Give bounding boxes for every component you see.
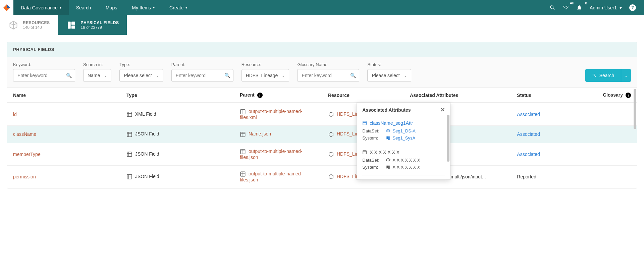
table-row[interactable]: permissionJSON Fieldoutput-to-multiple-n… xyxy=(7,165,637,188)
nav-data-governance[interactable]: Data Governance▾ xyxy=(13,0,69,15)
tab-physical-fields[interactable]: PHYSICAL FIELDS 18 of 23779 xyxy=(58,15,127,35)
table-icon xyxy=(126,131,132,137)
table-scrollbar[interactable] xyxy=(634,89,636,129)
parent-link[interactable]: output-to-multiple-named-files.xml xyxy=(240,109,302,120)
status-select[interactable]: Please select⌄ xyxy=(367,69,411,82)
parent-label: Parent: xyxy=(171,62,233,67)
parent-link[interactable]: Name.json xyxy=(249,131,271,136)
book-icon xyxy=(386,165,390,170)
chevron-down-icon: ⌄ xyxy=(156,73,159,78)
col-resource[interactable]: Resource xyxy=(322,88,404,103)
layers-icon xyxy=(386,129,390,133)
field-name-link[interactable]: className xyxy=(13,131,36,137)
system-label: System: xyxy=(362,165,382,170)
field-name-link[interactable]: id xyxy=(13,112,17,117)
col-name[interactable]: Name xyxy=(7,88,120,103)
search-button[interactable]: Search xyxy=(585,69,621,82)
svg-rect-5 xyxy=(127,112,132,117)
grid-icon xyxy=(66,20,77,31)
dataset-label: DataSet: xyxy=(362,158,382,163)
glossary-label: Glossary Name: xyxy=(297,62,359,67)
type-select[interactable]: Please select⌄ xyxy=(119,69,163,82)
field-name-link[interactable]: memberType xyxy=(13,152,41,157)
bell-icon[interactable]: 8 xyxy=(576,5,582,11)
svg-rect-4 xyxy=(71,25,75,29)
searchin-value: Name xyxy=(88,73,100,78)
nav-create[interactable]: Create▾ xyxy=(162,0,195,15)
system-value: X X X X X X X xyxy=(386,165,420,170)
notification-count: 8 xyxy=(585,1,587,5)
chevron-down-icon: ⌄ xyxy=(404,73,407,78)
table-icon xyxy=(240,149,246,155)
dataset-label: DataSet: xyxy=(362,128,382,133)
status-text: Reported xyxy=(517,174,536,179)
popover-scrollbar[interactable] xyxy=(447,115,449,162)
resource-label: Resource: xyxy=(241,62,289,67)
search-button-dropdown[interactable]: ⌄ xyxy=(621,69,631,82)
panel-title: PHYSICAL FIELDS xyxy=(7,42,637,57)
table-row[interactable]: idXML Fieldoutput-to-multiple-named-file… xyxy=(7,103,637,126)
status-link[interactable]: Associated xyxy=(517,152,540,157)
user-name: Admin User1 xyxy=(590,5,617,10)
filter-bar: Keyword: 🔍 Search in: Name⌄ Type: Please… xyxy=(7,57,637,88)
glossary-input[interactable] xyxy=(297,69,359,82)
context-tabs: RESOURCES 140 of 140 PHYSICAL FIELDS 18 … xyxy=(0,15,644,35)
assoc-item: X X X X X X XDataSet:X X X X X X XSystem… xyxy=(362,146,445,175)
status-link[interactable]: Associated xyxy=(517,112,540,117)
table-row[interactable]: classNameJSON FieldName.jsonHDFS_Lineage… xyxy=(7,126,637,143)
parent-input[interactable] xyxy=(171,69,233,82)
type-value: Please select xyxy=(124,73,152,78)
keyword-input[interactable] xyxy=(13,69,75,82)
app-logo[interactable] xyxy=(0,0,13,15)
col-glossary[interactable]: Glossary i xyxy=(574,88,637,103)
cube-icon xyxy=(328,174,334,180)
search-button-label: Search xyxy=(599,73,614,78)
results-table: Name Type Parent i Resource Associated A… xyxy=(7,88,637,188)
status-value: Please select xyxy=(372,73,399,78)
results-table-wrap: Name Type Parent i Resource Associated A… xyxy=(7,88,637,188)
searchin-label: Search in: xyxy=(83,62,111,67)
svg-rect-11 xyxy=(127,132,132,137)
table-icon xyxy=(362,121,367,125)
nav-maps[interactable]: Maps xyxy=(98,0,124,15)
table-icon xyxy=(240,131,246,137)
help-icon[interactable]: ? xyxy=(629,4,636,11)
search-icon[interactable] xyxy=(549,5,555,11)
col-assoc[interactable]: Associated Attributes xyxy=(404,88,511,103)
associated-attributes-popover: Associated Attributes ✕ className_seg1At… xyxy=(357,102,450,180)
system-value[interactable]: Seg1_SysA xyxy=(386,135,415,141)
user-menu[interactable]: Admin User1 ▾ xyxy=(590,5,622,10)
tab-resources[interactable]: RESOURCES 140 of 140 xyxy=(0,15,58,35)
close-icon[interactable]: ✕ xyxy=(440,107,445,113)
table-row[interactable]: memberTypeJSON Fieldoutput-to-multiple-n… xyxy=(7,143,637,165)
table-icon xyxy=(362,150,367,155)
assoc-name[interactable]: className_seg1Attr xyxy=(362,120,445,126)
resource-select[interactable]: HDFS_Lineage⌄ xyxy=(241,69,289,82)
svg-rect-33 xyxy=(363,151,367,154)
assoc-item: className_seg1AttrDataSet:Seg1_DS-ASyste… xyxy=(362,117,445,146)
info-icon[interactable]: i xyxy=(257,93,263,98)
chevron-down-icon: ▾ xyxy=(60,6,61,9)
parent-link[interactable]: output-to-multiple-named-files.json xyxy=(240,149,302,160)
col-type[interactable]: Type xyxy=(120,88,234,103)
status-link[interactable]: Associated xyxy=(517,131,540,137)
table-icon xyxy=(240,171,246,177)
col-parent[interactable]: Parent i xyxy=(234,88,322,103)
nav-search[interactable]: Search xyxy=(69,0,98,15)
searchin-select[interactable]: Name⌄ xyxy=(83,69,111,82)
field-name-link[interactable]: permission xyxy=(13,174,36,179)
svg-rect-8 xyxy=(240,110,245,114)
nav-my-items[interactable]: My Items▾ xyxy=(124,0,162,15)
dataset-value[interactable]: Seg1_DS-A xyxy=(386,128,416,133)
col-status[interactable]: Status xyxy=(511,88,574,103)
tab-physical-title: PHYSICAL FIELDS xyxy=(81,20,119,25)
lineage-badge: All xyxy=(570,1,574,5)
info-icon[interactable]: i xyxy=(626,93,631,98)
parent-link[interactable]: output-to-multiple-named-files.json xyxy=(240,171,302,182)
cube-icon xyxy=(328,151,334,157)
lineage-icon[interactable]: All xyxy=(563,5,569,11)
svg-rect-23 xyxy=(127,174,132,179)
chevron-down-icon: ▾ xyxy=(153,6,155,9)
svg-rect-20 xyxy=(240,149,245,154)
popover-title: Associated Attributes xyxy=(362,107,411,113)
